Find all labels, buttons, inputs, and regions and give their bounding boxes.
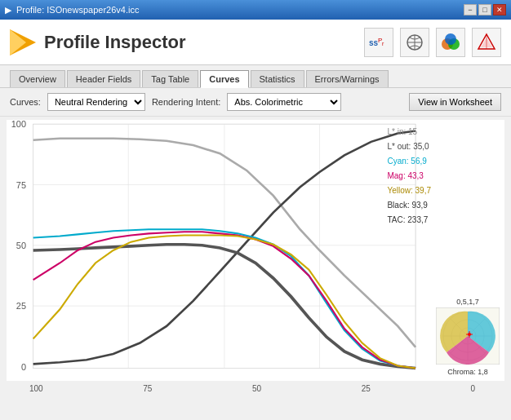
legend-tac: TAC: 233,7: [387, 213, 431, 228]
title-bar-title: ▶ Profile: ISOnewspaper26v4.icc: [5, 5, 139, 15]
svg-text:100: 100: [11, 120, 26, 129]
svg-text:75: 75: [16, 180, 26, 190]
close-button[interactable]: ✕: [493, 4, 506, 15]
tab-overview[interactable]: Overview: [10, 70, 65, 87]
x-label-100: 100: [29, 384, 43, 393]
tabs-bar: Overview Header Fields Tag Table Curves …: [0, 65, 511, 88]
curves-select[interactable]: Neutral Rendering: [47, 93, 145, 111]
sspro-button[interactable]: ss P r: [364, 28, 393, 57]
tab-curves[interactable]: Curves: [200, 70, 248, 88]
svg-text:0: 0: [21, 362, 26, 372]
profile-button[interactable]: [400, 28, 429, 57]
mini-polar-svg: [436, 307, 500, 365]
title-bar: ▶ Profile: ISOnewspaper26v4.icc − □ ✕: [0, 0, 511, 20]
legend-cyan: Cyan: 56,9: [387, 154, 431, 169]
legend-lstar-out: L* out: 35,0: [387, 139, 431, 154]
mini-chart-chroma: Chroma: 1,8: [436, 368, 500, 376]
app-title-area: Profile Inspector: [10, 29, 186, 55]
chart-area: 100 75 50 25 0 L* in: 15 L* out: 35,0 Cy…: [7, 120, 504, 381]
tab-statistics[interactable]: Statistics: [251, 70, 304, 87]
minimize-button[interactable]: −: [464, 4, 477, 15]
app-logo: [10, 29, 36, 55]
view-worksheet-button[interactable]: View in Worksheet: [409, 93, 501, 111]
chart-legend: L* in: 15 L* out: 35,0 Cyan: 56,9 Mag: 4…: [387, 125, 431, 228]
legend-yellow: Yellow: 39,7: [387, 183, 431, 198]
legend-lstar-in: L* in: 15: [387, 125, 431, 139]
svg-text:25: 25: [16, 302, 26, 312]
svg-text:50: 50: [16, 241, 26, 250]
legend-mag: Mag: 43,3: [387, 169, 431, 183]
tab-errors[interactable]: Errors/Warnings: [306, 70, 389, 87]
title-icon: ▶: [5, 5, 11, 15]
app-title: Profile Inspector: [44, 32, 186, 53]
gamut-button[interactable]: [472, 28, 501, 57]
x-label-75: 75: [143, 384, 152, 393]
curves-toolbar: Curves: Neutral Rendering Rendering Inte…: [0, 88, 511, 117]
header-icons: ss P r: [364, 28, 501, 57]
mini-chart: 0,5,1,7 Chroma: 1,: [436, 298, 500, 366]
chart-container: 100 75 50 25 0 L* in: 15 L* out: 35,0 Cy…: [7, 120, 504, 381]
x-label-0: 0: [470, 384, 475, 393]
legend-black: Black: 93,9: [387, 198, 431, 213]
x-label-25: 25: [362, 384, 371, 393]
x-axis-labels: 100 75 50 25 0: [7, 384, 504, 393]
rendering-select[interactable]: Abs. Colorimetric: [227, 93, 341, 111]
svg-text:r: r: [382, 41, 384, 46]
rendering-label: Rendering Intent:: [152, 97, 220, 107]
tab-header-fields[interactable]: Header Fields: [67, 70, 140, 87]
svg-marker-1: [10, 29, 26, 55]
curves-label: Curves:: [10, 97, 41, 107]
title-bar-controls: − □ ✕: [464, 4, 506, 15]
tab-tag-table[interactable]: Tag Table: [142, 70, 198, 87]
app-header: Profile Inspector ss P r: [0, 20, 511, 65]
mini-chart-angle: 0,5,1,7: [436, 298, 500, 306]
svg-point-10: [445, 33, 456, 45]
x-label-50: 50: [252, 384, 261, 393]
maximize-button[interactable]: □: [478, 4, 491, 15]
svg-text:ss: ss: [369, 38, 379, 47]
color-button[interactable]: [436, 28, 465, 57]
